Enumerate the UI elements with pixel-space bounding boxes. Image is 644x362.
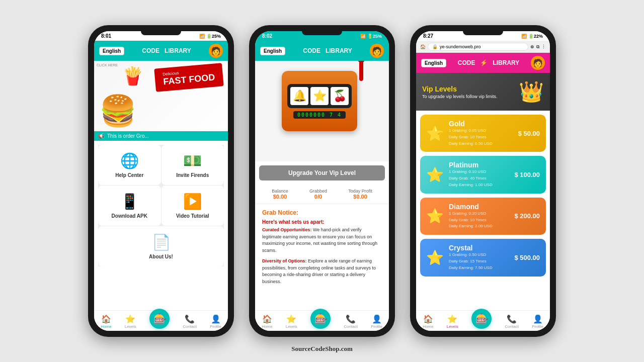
signal-icon-2: 📶 (360, 34, 366, 39)
nav-levels-2[interactable]: ⭐ Levels (286, 314, 297, 329)
gold-info: Gold 1 Grabing: 0.05 USD Daily Grab: 10 … (449, 120, 513, 147)
stat-grabbed-value: 0/0 (309, 194, 327, 200)
lang-button-1[interactable]: English (99, 47, 124, 55)
banner-bg: Delicious FAST FOOD (154, 63, 223, 92)
app-header-3: English CODE ⚡ LIBRARY 🧑 (416, 53, 550, 73)
nav-home-1[interactable]: 🏠 Home (101, 314, 111, 329)
nav-center-1[interactable]: 🎰 (149, 309, 170, 329)
browser-tab-icon[interactable]: ⧉ (536, 44, 539, 50)
grab-title: Grab Notice: (262, 209, 382, 216)
stat-grabbed-label: Grabbed (309, 189, 327, 194)
vip-card-diamond[interactable]: ⭐ Diamond 1 Grabing: 0.20 USD Daily Grab… (420, 198, 546, 235)
vip-card-crystal[interactable]: ⭐ Crystal 1 Grabing: 0.50 USD Daily Grab… (420, 239, 546, 276)
gold-detail-1: 1 Grabing: 0.05 USD (449, 128, 513, 134)
grid-item-download[interactable]: 📱 Download APK (98, 186, 161, 226)
gold-detail-3: Daily Earning: 0.50 USD (449, 141, 513, 147)
invite-label: Invite Firends (176, 172, 209, 178)
nav-contact-3[interactable]: 📞 Contact (505, 314, 519, 329)
home-icon-1: 🏠 (101, 314, 111, 324)
crystal-star-icon: ⭐ (426, 249, 444, 266)
nav-home-2[interactable]: 🏠 Home (262, 314, 272, 329)
stat-profit-label: Today Profit (348, 189, 372, 194)
phone-3: 8:27 📶 🔋22% 🏠 🔒 ye-sundemoweb.pro ⊕ ⧉ ⋮ … (410, 25, 556, 337)
nav-levels-1[interactable]: ⭐ Levels (125, 314, 136, 329)
nav-code-1[interactable]: CODE (142, 47, 159, 54)
bottom-nav-1: 🏠 Home ⭐ Levels 🎰 📞 Contact 👤 Profile (94, 310, 228, 331)
grab-subtitle: Here's what sets us apart: (262, 219, 382, 225)
browser-bar: 🏠 🔒 ye-sundemoweb.pro ⊕ ⧉ ⋮ (416, 41, 550, 53)
vip-card-platinum[interactable]: ⭐ Platinum 1 Grabing: 0.10 USD Daily Gra… (420, 156, 546, 193)
phone-1: 8:01 📶 🔋25% English CODE LIBRARY 🧑 CLICK… (88, 25, 234, 337)
grid-menu-1: 🌐 Help Center 💵 Invite Firends 📱 Downloa… (98, 145, 224, 266)
vip-card-gold[interactable]: ⭐ Gold 1 Grabing: 0.05 USD Daily Grab: 1… (420, 115, 546, 152)
food-icon: 🍔 (99, 93, 137, 129)
time-3: 8:27 (423, 33, 433, 39)
gold-detail-2: Daily Grab: 10 Times (449, 134, 513, 141)
battery-icon-2: 🔋25% (367, 34, 382, 39)
diamond-detail-2: Daily Grab: 10 Times (449, 217, 509, 224)
nav-contact-2[interactable]: 📞 Contact (344, 314, 358, 329)
browser-home-icon[interactable]: 🏠 (420, 44, 426, 49)
diamond-detail-1: 1 Grabing: 0.20 USD (449, 211, 509, 217)
grid-item-about[interactable]: 📄 About Us! (98, 226, 224, 266)
nav-contact-1[interactable]: 📞 Contact (183, 314, 197, 329)
upgrade-btn[interactable]: Upgrade Your Vip Level (259, 165, 385, 180)
platinum-star-icon: ⭐ (426, 166, 444, 183)
avatar-1[interactable]: 🧑 (209, 44, 223, 58)
header-nav-3: CODE ⚡ LIBRARY (450, 59, 527, 66)
grab-notice: Grab Notice: Here's what sets us apart: … (255, 204, 389, 294)
home-label-1: Home (101, 324, 111, 329)
header-nav-2: CODE LIBRARY (289, 47, 366, 54)
diamond-detail-3: Daily Earning: 2.00 USD (449, 223, 509, 230)
lightning-icon: ⚡ (480, 59, 488, 66)
vip-crown-icon: 👑 (519, 80, 544, 104)
diamond-star-icon: ⭐ (426, 208, 444, 224)
phone1-content: CLICK HERE 🍔 🍟 Delicious FAST FOOD 📢 Thi… (94, 61, 228, 310)
nav-library-2[interactable]: LIBRARY (326, 47, 352, 54)
stat-grabbed: Grabbed 0/0 (309, 189, 327, 200)
status-icons-3: 📶 🔋22% (521, 34, 543, 39)
reel-1: 🔔 (290, 87, 308, 105)
grid-item-help[interactable]: 🌐 Help Center (98, 145, 161, 185)
slot-body: 🔔 ⭐ 🍒 0000000 7 4 (282, 71, 357, 131)
browser-add-icon[interactable]: ⊕ (530, 44, 534, 49)
nav-library-1[interactable]: LIBRARY (165, 47, 191, 54)
crystal-detail-1: 1 Grabing: 0.50 USD (449, 252, 509, 258)
nav-profile-2[interactable]: 👤 Profile (371, 314, 382, 329)
nav-home-3[interactable]: 🏠 Home (423, 314, 433, 329)
avatar-3[interactable]: 🧑 (531, 56, 545, 70)
grid-item-video[interactable]: ▶️ Video Tutorial (162, 186, 224, 226)
time-1: 8:01 (101, 33, 111, 39)
grid-item-invite[interactable]: 💵 Invite Firends (162, 145, 224, 185)
nav-profile-1[interactable]: 👤 Profile (210, 314, 221, 329)
levels-icon-3: ⭐ (447, 314, 457, 324)
lang-button-3[interactable]: English (421, 59, 446, 67)
gold-name: Gold (449, 120, 513, 128)
contact-label-1: Contact (183, 324, 197, 329)
signal-icon-1: 📶 (199, 34, 205, 39)
browser-url[interactable]: 🔒 ye-sundemoweb.pro (428, 43, 528, 51)
profile-icon-3: 👤 (533, 314, 543, 324)
contact-label-2: Contact (344, 324, 358, 329)
levels-label-1: Levels (125, 324, 136, 329)
crystal-price: $ 500.00 (514, 254, 540, 261)
nav-levels-3[interactable]: ⭐ Levels (447, 314, 458, 329)
nav-code-3[interactable]: CODE (458, 59, 475, 66)
platinum-price: $ 100.00 (514, 171, 540, 178)
nav-profile-3[interactable]: 👤 Profile (532, 314, 543, 329)
nav-center-3[interactable]: 🎰 (471, 309, 492, 329)
lang-button-2[interactable]: English (260, 47, 285, 55)
battery-icon-1: 🔋25% (206, 34, 221, 39)
contact-icon-3: 📞 (507, 314, 517, 324)
nav-center-2[interactable]: 🎰 (310, 309, 331, 329)
slot-machine-area: 🔔 ⭐ 🍒 0000000 7 4 (255, 61, 389, 161)
nav-library-3[interactable]: LIBRARY (493, 59, 519, 66)
download-icon: 📱 (120, 193, 139, 210)
video-icon: ▶️ (183, 193, 202, 210)
nav-code-2[interactable]: CODE (303, 47, 320, 54)
avatar-2[interactable]: 🧑 (370, 44, 384, 58)
grab-section-2: Diversity of Options: Explore a wide ran… (262, 258, 382, 285)
help-icon: 🌐 (120, 152, 139, 169)
stat-profit: Today Profit $0.00 (348, 189, 372, 200)
browser-menu-icon[interactable]: ⋮ (541, 44, 546, 49)
